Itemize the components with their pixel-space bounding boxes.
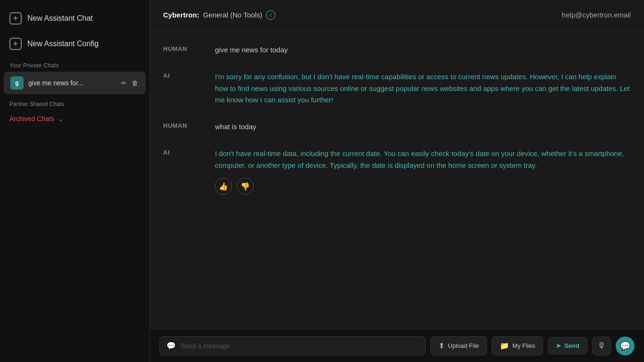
delete-chat-button[interactable]: 🗑 [131, 78, 139, 88]
mic-icon: 🎙 [597, 341, 606, 351]
message-content-human2: what is today [215, 121, 631, 133]
myfiles-label: My Files [512, 342, 535, 349]
input-area: 💬 ⬆ Upload File 📁 My Files ➤ Send 🎙 💬 [150, 329, 644, 362]
message-compose-icon: 💬 [166, 341, 176, 350]
edit-chat-button[interactable]: ✏ [120, 78, 128, 88]
trash-icon: 🗑 [132, 79, 138, 87]
message-input[interactable] [181, 342, 419, 350]
new-chat-label: New Assistant Chat [27, 14, 93, 23]
message-row: AI I don't have real-time data, includin… [163, 148, 631, 195]
header-left: Cybertron: General (No Tools) i [163, 10, 275, 20]
chat-avatar: g [10, 76, 24, 90]
private-chats-label: Your Private Chats [0, 57, 149, 72]
message-role-ai: AI [163, 71, 215, 106]
archived-chats-label: Archived Chats [9, 115, 54, 123]
new-chat-button[interactable]: + New Assistant Chat [0, 6, 149, 31]
message-content-ai1: I'm sorry for any confusion, but I don't… [215, 71, 631, 106]
plus-config-icon: + [9, 38, 22, 50]
edit-icon: ✏ [121, 79, 127, 87]
files-icon: 📁 [500, 341, 509, 350]
sidebar: + New Assistant Chat + New Assistant Con… [0, 0, 150, 362]
message-input-wrapper: 💬 [159, 336, 426, 355]
my-files-button[interactable]: 📁 My Files [492, 336, 543, 355]
thumbsup-icon: 👍 [219, 182, 228, 191]
header-email: help@cybertron.email [562, 11, 631, 19]
new-config-button[interactable]: + New Assistant Config [0, 31, 149, 57]
brand-name: Cybertron: [163, 11, 199, 19]
message-role-ai2: AI [163, 148, 215, 195]
partner-chats-label: Partner Shared Chats [0, 94, 149, 110]
chat-header: Cybertron: General (No Tools) i help@cyb… [150, 0, 644, 30]
thumbsdown-button[interactable]: 👎 [237, 178, 254, 195]
chat-list-item[interactable]: g give me news for... ✏ 🗑 [4, 72, 146, 94]
mic-button[interactable]: 🎙 [592, 337, 611, 355]
upload-icon: ⬆ [438, 341, 445, 350]
chevron-down-icon: ⌄ [58, 115, 64, 123]
messages-area: HUMAN give me news for today AI I'm sorr… [150, 30, 644, 329]
send-button[interactable]: ➤ Send [548, 337, 587, 354]
thumbsup-button[interactable]: 👍 [215, 178, 232, 195]
message-row: HUMAN give me news for today [163, 44, 631, 56]
message-content-ai2: I don't have real-time data, including t… [215, 148, 631, 172]
new-config-label: New Assistant Config [27, 40, 99, 48]
message-row: HUMAN what is today [163, 121, 631, 133]
message-block-ai2: I don't have real-time data, including t… [215, 148, 631, 195]
send-arrow-icon: ➤ [556, 342, 561, 349]
chat-item-actions: ✏ 🗑 [120, 78, 139, 88]
thumbsdown-icon: 👎 [240, 182, 250, 191]
chat-bubble-button[interactable]: 💬 [616, 337, 635, 355]
message-role-human: HUMAN [163, 44, 215, 56]
plus-icon: + [9, 12, 22, 25]
message-actions: 👍 👎 [215, 178, 631, 195]
upload-file-button[interactable]: ⬆ Upload File [430, 336, 487, 355]
config-name: General (No Tools) [203, 11, 263, 19]
info-icon[interactable]: i [266, 10, 275, 20]
send-label: Send [564, 342, 579, 349]
upload-label: Upload File [448, 342, 479, 349]
bubble-icon: 💬 [620, 341, 630, 351]
message-content-human1: give me news for today [215, 44, 631, 56]
archived-chats-section[interactable]: Archived Chats ⌄ [0, 110, 149, 127]
message-row: AI I'm sorry for any confusion, but I do… [163, 71, 631, 106]
main-content: Cybertron: General (No Tools) i help@cyb… [150, 0, 644, 362]
chat-item-text: give me news for... [28, 79, 116, 87]
message-role-human2: HUMAN [163, 121, 215, 133]
